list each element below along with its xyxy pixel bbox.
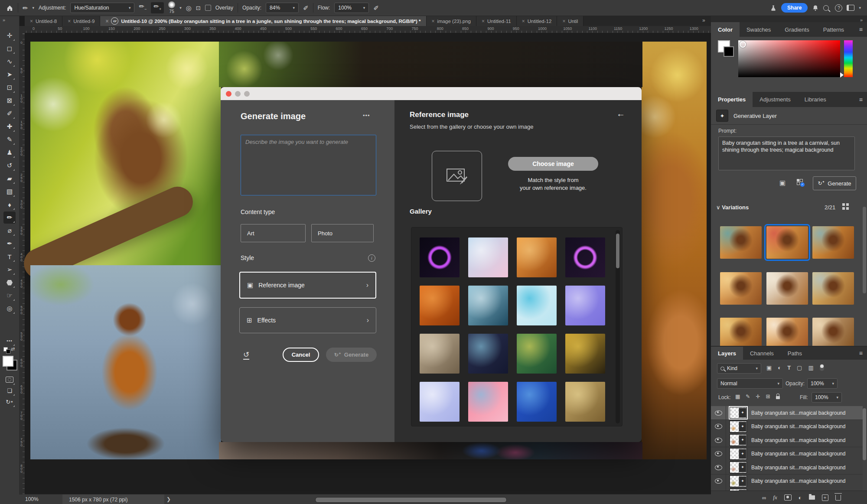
crop-tool[interactable]: ⊡ [3,81,16,94]
layer-row[interactable]: ✦Baby orangutan sit...magical background [711,475,863,488]
properties-prompt-input[interactable]: Baby orangutan sitting in a tree at a ca… [718,137,855,170]
layer-row[interactable]: ✦Baby orangutan sit...magical background [711,406,863,420]
home-icon[interactable] [6,4,13,12]
lock-position-icon[interactable]: ✛ [756,393,760,400]
tab-patterns[interactable]: Patterns [816,22,851,37]
gallery-tile-orange-geometric[interactable] [420,286,460,325]
gallery-tile-cyan-swirl[interactable] [517,286,557,325]
marquee-tool[interactable]: ◻ [3,42,16,55]
layer-thumbnail[interactable]: ✦ [730,407,747,419]
content-type-art-button[interactable]: Art [241,224,306,242]
document-photo-bottom-left[interactable] [30,265,221,459]
zoom-window-icon[interactable] [244,91,250,97]
document-photo-top-middle[interactable] [219,42,642,87]
color-panel-swatches[interactable] [718,40,735,58]
cancel-button[interactable]: Cancel [283,348,319,362]
lock-transparency-icon[interactable]: ▦ [735,393,740,400]
frame-tool[interactable]: ⊠ [3,94,16,107]
horizontal-ruler[interactable]: 0501001502002503003504004505005506006507… [25,26,711,33]
generative-expand-icon[interactable]: ↻✦ [3,396,16,408]
layer-thumbnail[interactable]: ✦ [730,434,747,446]
swap-colors-icon[interactable]: ⇄ [3,346,15,354]
blur-tool[interactable]: ♦ [3,198,16,211]
panel-menu-icon[interactable]: ≡ [855,347,867,360]
clone-stamp-tool[interactable]: ♟ [3,146,16,159]
lock-all-icon[interactable] [776,396,780,399]
generate-button[interactable]: ↻✦ Generate [326,348,377,362]
edit-toolbar-icon[interactable]: ••• [3,335,16,347]
current-tool-icon[interactable]: ✏ [23,5,28,11]
background-color-swatch[interactable] [724,46,734,57]
layer-name[interactable]: Baby orangutan sit...magical background [751,465,845,471]
filter-type-layers-icon[interactable]: T [787,364,791,371]
eraser-tool[interactable]: ▰ [3,172,16,185]
panel-menu-icon[interactable]: ≡ [855,22,867,37]
filter-toggle[interactable] [820,364,824,371]
flow-select[interactable]: 100% ▾ [334,3,369,13]
beta-flask-icon[interactable] [770,4,777,12]
gradient-tool[interactable]: ▧ [3,185,16,198]
pen-tool[interactable]: ✒ [3,237,16,250]
variation-thumbnail[interactable] [720,318,762,346]
document-photo-bottom-middle[interactable] [219,442,642,459]
hue-slider[interactable] [844,40,853,77]
document-tab[interactable]: ×Until [557,16,583,26]
selection-cursor-icon[interactable]: ⊡ [196,5,201,11]
gallery-tile-vintage-building[interactable] [420,334,460,374]
hue-slider-arrow[interactable] [840,72,844,78]
layer-visibility-eye-icon[interactable] [715,410,722,416]
path-selection-tool[interactable]: ➢ [3,263,16,276]
layer-opacity-select[interactable]: 100% ▾ [807,378,838,389]
delete-layer-icon[interactable] [835,495,841,501]
ruler-corner[interactable] [19,26,25,33]
close-window-icon[interactable] [226,91,231,97]
opacity-select[interactable]: 84% ▾ [266,3,299,13]
variation-thumbnail[interactable] [812,318,854,346]
tool-options-chevron-icon[interactable]: ▾ [33,6,35,10]
lasso-tool[interactable]: ∿ [3,55,16,68]
content-type-photo-button[interactable]: Photo [311,224,374,242]
foreground-background-colors[interactable] [3,356,16,370]
object-selection-tool[interactable]: ➤ [3,68,16,81]
brush-tool[interactable]: ✎ [3,133,16,146]
gallery-tile-pastel-clouds[interactable] [468,237,508,277]
tab-close-icon[interactable]: × [432,18,435,24]
adjustment-brush-tool[interactable]: ✏ [3,211,16,224]
tab-close-icon[interactable]: × [68,18,71,24]
tab-close-icon[interactable]: × [482,18,485,24]
tab-channels[interactable]: Channels [743,347,781,360]
variation-thumbnail[interactable] [766,272,808,305]
document-tab[interactable]: ×crUntitled-10 @ 200% (Baby orangutan si… [100,16,426,26]
layer-row[interactable]: ✦Baby orangutan sit...magical background [711,420,863,434]
gallery-tile-mountain-dusk[interactable] [565,334,605,374]
layer-filter-kind-select[interactable]: Kind ▾ [717,363,761,374]
tab-properties[interactable]: Properties [711,92,753,107]
dialog-more-menu-icon[interactable]: ••• [363,112,370,119]
eyedropper-tool[interactable]: ✐ [3,107,16,120]
layer-fill-select[interactable]: 100% ▾ [812,392,842,403]
variation-thumbnail[interactable] [766,318,808,346]
choose-image-button[interactable]: Choose image [508,157,598,171]
filter-shape-layers-icon[interactable]: ▢ [797,364,802,371]
tab-close-icon[interactable]: × [105,18,108,24]
tab-close-icon[interactable]: × [30,18,33,24]
similarity-icon[interactable]: ✓ [797,179,803,185]
document-tab[interactable]: ×Untitled-9 [62,16,100,26]
workspace-chevron-icon[interactable]: ▾ [859,6,861,10]
document-tab[interactable]: ×Untitled-11 [476,16,517,26]
lock-pixels-icon[interactable]: ✎ [746,393,750,400]
move-tool[interactable]: ✛ [3,29,16,42]
tab-close-icon[interactable]: × [522,18,525,24]
tab-libraries[interactable]: Libraries [798,92,833,107]
workspace-icon[interactable] [847,5,854,11]
variation-thumbnail[interactable] [720,226,762,259]
dialog-titlebar[interactable] [221,87,642,101]
gallery-tile-rainbow-pink[interactable] [468,382,508,422]
layer-row[interactable]: ✦Baby orangutan sit...magical background [711,433,863,447]
gallery-tile-purple-character[interactable] [565,286,605,325]
help-icon[interactable]: ? [835,4,842,12]
tab-adjustments[interactable]: Adjustments [753,92,798,107]
brush-picker-chevron-icon[interactable]: ▾ [179,6,182,10]
new-adjustment-layer-icon[interactable]: ◐ [799,494,802,501]
layer-visibility-eye-icon[interactable] [715,424,722,429]
